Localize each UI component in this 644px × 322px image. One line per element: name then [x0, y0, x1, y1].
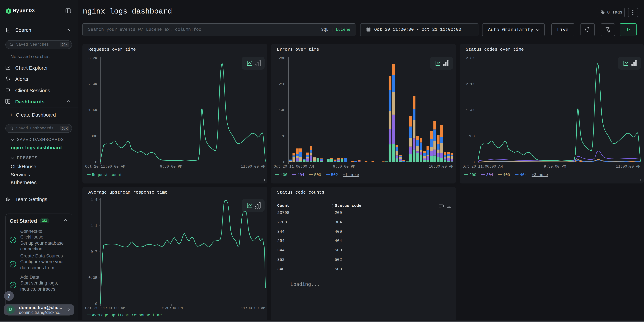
svg-text:0: 0	[283, 160, 285, 164]
svg-text:304: 304	[486, 173, 493, 177]
svg-text:200: 200	[469, 173, 476, 177]
svg-text:2.1K: 2.1K	[466, 82, 475, 86]
svg-text:800: 800	[90, 134, 97, 138]
svg-text:70: 70	[281, 134, 285, 138]
svg-text:500: 500	[314, 173, 321, 177]
svg-text:502: 502	[331, 173, 338, 177]
svg-text:0: 0	[472, 160, 474, 164]
svg-text:3.2K: 3.2K	[88, 56, 97, 60]
svg-text:Average upstream response time: Average upstream response time	[92, 313, 162, 318]
svg-text:140: 140	[278, 108, 285, 112]
svg-text:1.4: 1.4	[90, 198, 97, 202]
svg-text:404: 404	[520, 173, 526, 177]
svg-text:9:30:00 PM: 9:30:00 PM	[160, 164, 182, 169]
svg-text:Request count: Request count	[92, 173, 122, 177]
svg-text:9:30:00 PM: 9:30:00 PM	[333, 164, 355, 169]
svg-text:0.7: 0.7	[90, 250, 97, 254]
svg-text:1.6K: 1.6K	[88, 108, 97, 112]
svg-text:9:30:00 PM: 9:30:00 PM	[160, 306, 182, 310]
svg-text:400: 400	[280, 173, 287, 177]
svg-text:404: 404	[297, 173, 304, 177]
svg-text:2.8K: 2.8K	[466, 56, 475, 60]
svg-text:1.1: 1.1	[90, 224, 97, 228]
svg-text:+1 more: +1 more	[342, 173, 359, 177]
svg-text:0.35: 0.35	[88, 276, 97, 280]
svg-text:700: 700	[468, 134, 474, 138]
svg-text:+3 more: +3 more	[532, 173, 548, 177]
svg-text:Oct 20 11:00:00 AM: Oct 20 11:00:00 AM	[274, 164, 314, 169]
svg-text:210: 210	[278, 82, 285, 86]
svg-text:Oct 20 11:00:00 AM: Oct 20 11:00:00 AM	[462, 164, 502, 169]
svg-text:0: 0	[95, 302, 97, 306]
svg-text:Oct 20 11:00:00 AM: Oct 20 11:00:00 AM	[85, 306, 125, 310]
svg-text:0: 0	[95, 160, 97, 164]
svg-text:Oct 20 11:00:00 AM: Oct 20 11:00:00 AM	[85, 164, 125, 169]
svg-text:11:00:00 AM: 11:00:00 AM	[616, 164, 640, 169]
svg-text:11:00:00 AM: 11:00:00 AM	[241, 164, 265, 169]
svg-text:1.4K: 1.4K	[466, 108, 475, 112]
svg-text:9:30:00 PM: 9:30:00 PM	[544, 164, 566, 169]
svg-text:280: 280	[278, 56, 285, 60]
svg-text:11:00:00 AM: 11:00:00 AM	[241, 306, 265, 310]
svg-text:400: 400	[503, 173, 510, 177]
svg-text:2.4K: 2.4K	[88, 82, 97, 86]
svg-text:10:30:00 AM: 10:30:00 AM	[429, 164, 453, 169]
